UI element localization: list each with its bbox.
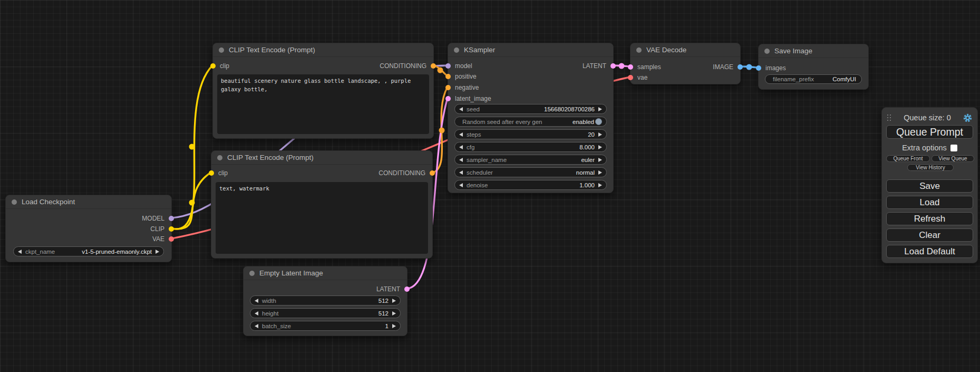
- increment-arrow-icon[interactable]: [392, 299, 396, 303]
- node-vae-decode[interactable]: VAE Decode samples vae IMAGE: [630, 43, 741, 84]
- output-conditioning: CONDITIONING: [379, 168, 432, 178]
- collapse-dot-icon[interactable]: [249, 271, 255, 276]
- prompt-textarea[interactable]: text, watermark: [216, 182, 428, 254]
- node-header[interactable]: VAE Decode: [630, 43, 740, 57]
- vae-port-icon[interactable]: [169, 236, 174, 242]
- model-port-icon[interactable]: [445, 63, 451, 69]
- collapse-dot-icon[interactable]: [12, 199, 17, 205]
- increment-arrow-icon[interactable]: [598, 183, 602, 187]
- output-clip: CLIP: [150, 224, 171, 234]
- node-title: KSampler: [464, 46, 495, 54]
- load-button[interactable]: Load: [886, 196, 973, 209]
- increment-arrow-icon[interactable]: [598, 145, 602, 149]
- node-title: Load Checkpoint: [22, 198, 75, 206]
- widget-height[interactable]: height 512: [250, 308, 401, 318]
- increment-arrow-icon[interactable]: [598, 107, 602, 111]
- collapse-dot-icon[interactable]: [636, 47, 642, 53]
- widget-width[interactable]: width 512: [250, 295, 401, 306]
- widget-cfg[interactable]: cfg 8.000: [454, 142, 607, 152]
- latent-port-icon[interactable]: [404, 287, 410, 292]
- increment-arrow-icon[interactable]: [392, 311, 396, 316]
- increment-arrow-icon[interactable]: [156, 250, 159, 254]
- clip-port-icon[interactable]: [210, 63, 216, 69]
- output-latent: LATENT: [583, 61, 613, 71]
- conditioning-port-icon[interactable]: [431, 63, 436, 69]
- node-clip-text-encode-negative[interactable]: CLIP Text Encode (Prompt) clip CONDITION…: [211, 150, 433, 259]
- node-load-checkpoint[interactable]: Load Checkpoint MODEL CLIP VAE ckpt_name…: [5, 195, 172, 262]
- widget-sampler-name[interactable]: sampler_name euler: [454, 155, 607, 165]
- extra-options-checkbox[interactable]: [950, 145, 957, 151]
- output-latent: LATENT: [376, 284, 407, 294]
- decrement-arrow-icon[interactable]: [255, 299, 258, 303]
- conditioning-port-icon[interactable]: [445, 74, 451, 79]
- node-clip-text-encode-positive[interactable]: CLIP Text Encode (Prompt) clip CONDITION…: [212, 43, 434, 139]
- node-header[interactable]: Empty Latent Image: [244, 266, 407, 280]
- widget-random-seed-toggle[interactable]: Random seed after every gen enabled: [454, 117, 607, 127]
- view-queue-button[interactable]: View Queue: [932, 155, 974, 162]
- drag-handle-icon[interactable]: [887, 115, 891, 121]
- decrement-arrow-icon[interactable]: [255, 311, 258, 316]
- link-midpoint-dot: [189, 144, 195, 150]
- refresh-button[interactable]: Refresh: [886, 212, 973, 225]
- clip-port-icon[interactable]: [169, 226, 174, 232]
- save-button[interactable]: Save: [886, 179, 973, 193]
- vae-port-icon[interactable]: [628, 75, 633, 80]
- input-model: model: [448, 61, 472, 71]
- increment-arrow-icon[interactable]: [598, 170, 602, 175]
- decrement-arrow-icon[interactable]: [459, 158, 463, 162]
- decrement-arrow-icon[interactable]: [459, 107, 463, 111]
- collapse-dot-icon[interactable]: [217, 155, 222, 160]
- node-header[interactable]: Load Checkpoint: [6, 195, 171, 209]
- latent-port-icon[interactable]: [445, 96, 451, 101]
- conditioning-port-icon[interactable]: [430, 170, 435, 176]
- latent-port-icon[interactable]: [610, 63, 616, 69]
- prompt-textarea[interactable]: beautiful scenery nature glass bottle la…: [217, 74, 429, 134]
- view-history-button[interactable]: View History: [907, 164, 954, 171]
- collapse-dot-icon[interactable]: [219, 47, 224, 53]
- node-save-image[interactable]: Save Image images filename_prefix ComfyU…: [758, 44, 869, 90]
- increment-arrow-icon[interactable]: [392, 324, 396, 328]
- image-port-icon[interactable]: [738, 64, 743, 70]
- decrement-arrow-icon[interactable]: [459, 170, 463, 175]
- decrement-arrow-icon[interactable]: [459, 183, 463, 187]
- input-positive: positive: [448, 71, 477, 82]
- node-header[interactable]: KSampler: [448, 43, 613, 57]
- node-header[interactable]: Save Image: [759, 44, 868, 58]
- clip-port-icon[interactable]: [209, 170, 214, 176]
- node-empty-latent-image[interactable]: Empty Latent Image LATENT width 512 heig…: [243, 266, 407, 336]
- widget-denoise[interactable]: denoise 1.000: [454, 180, 607, 190]
- input-images: images: [759, 63, 786, 73]
- widget-scheduler[interactable]: scheduler normal: [454, 167, 607, 177]
- settings-gear-icon[interactable]: [963, 113, 972, 122]
- image-port-icon[interactable]: [756, 65, 761, 71]
- clear-button[interactable]: Clear: [886, 228, 973, 242]
- node-title: CLIP Text Encode (Prompt): [229, 46, 315, 54]
- widget-steps[interactable]: steps 20: [454, 129, 607, 139]
- collapse-dot-icon[interactable]: [764, 49, 770, 54]
- decrement-arrow-icon[interactable]: [18, 250, 22, 254]
- toggle-dot-icon[interactable]: [595, 118, 602, 125]
- node-header[interactable]: CLIP Text Encode (Prompt): [211, 151, 432, 165]
- collapse-dot-icon[interactable]: [454, 47, 459, 53]
- widget-batch-size[interactable]: batch_size 1: [250, 321, 401, 331]
- node-header[interactable]: CLIP Text Encode (Prompt): [213, 43, 433, 57]
- node-graph-canvas[interactable]: Load Checkpoint MODEL CLIP VAE ckpt_name…: [0, 0, 980, 372]
- widget-seed[interactable]: seed 156680208700286: [454, 104, 607, 114]
- queue-front-button[interactable]: Queue Front: [886, 155, 930, 162]
- increment-arrow-icon[interactable]: [598, 158, 602, 162]
- queue-prompt-button[interactable]: Queue Prompt: [886, 125, 973, 139]
- extra-options-label: Extra options: [902, 144, 947, 152]
- load-default-button[interactable]: Load Default: [886, 245, 973, 258]
- latent-port-icon[interactable]: [628, 64, 633, 70]
- node-ksampler[interactable]: KSampler model positive negative latent_…: [448, 43, 614, 193]
- decrement-arrow-icon[interactable]: [459, 145, 463, 149]
- widget-ckpt-name[interactable]: ckpt_name v1-5-pruned-emaonly.ckpt: [13, 246, 164, 256]
- model-port-icon[interactable]: [169, 216, 174, 221]
- queue-size-label: Queue size: 0: [891, 113, 963, 122]
- decrement-arrow-icon[interactable]: [459, 132, 463, 137]
- wire-clip-positive: [172, 65, 212, 229]
- conditioning-port-icon[interactable]: [445, 85, 451, 90]
- increment-arrow-icon[interactable]: [598, 132, 602, 137]
- widget-filename-prefix[interactable]: filename_prefix ComfyUI: [765, 74, 862, 84]
- decrement-arrow-icon[interactable]: [255, 324, 258, 328]
